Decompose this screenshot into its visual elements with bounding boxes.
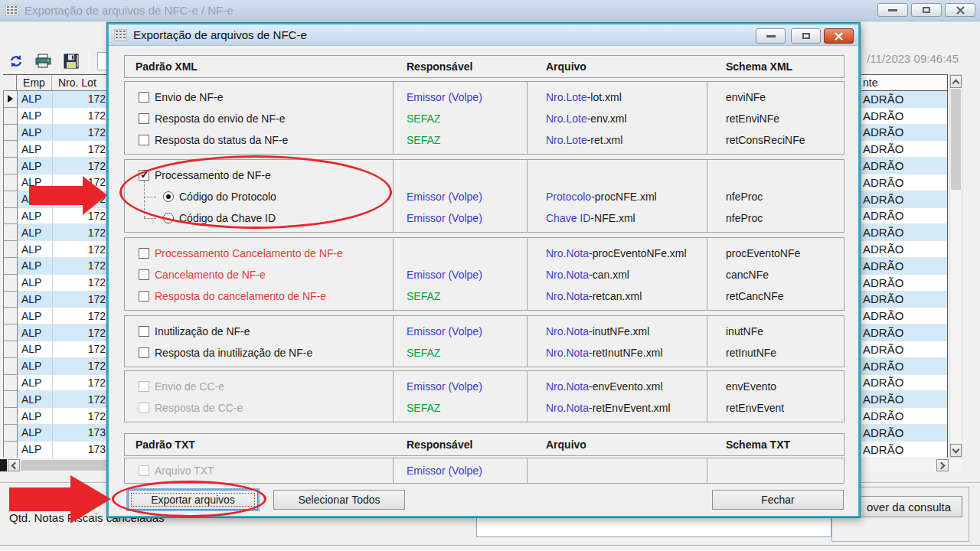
horizontal-scrollbar-right[interactable] xyxy=(861,459,962,471)
row-selector-cell[interactable] xyxy=(4,141,18,158)
cell-right: ADRÃO xyxy=(861,341,947,358)
table-row[interactable]: ALP173 xyxy=(4,425,107,442)
column-header-lote[interactable]: Nro. Lot xyxy=(52,75,107,90)
option-radio[interactable] xyxy=(163,213,174,223)
option-checkbox[interactable] xyxy=(139,291,149,302)
option-checkbox[interactable] xyxy=(139,269,149,280)
export-files-button[interactable]: Exportar arquivos xyxy=(128,490,258,510)
cell-right: ADRÃO xyxy=(861,141,947,158)
table-row[interactable]: ALP172 xyxy=(4,158,107,174)
table-row[interactable]: ALP172 xyxy=(4,208,107,225)
main-maximize-button[interactable] xyxy=(911,3,942,17)
responsible-cell xyxy=(393,243,527,264)
row-selector-cell[interactable] xyxy=(4,308,18,324)
close-dialog-button[interactable]: Fechar xyxy=(712,490,844,510)
table-row[interactable]: ALP172 xyxy=(4,375,107,392)
option-checkbox[interactable] xyxy=(139,347,149,358)
row-selector-cell[interactable] xyxy=(4,358,18,375)
horizontal-scrollbar-thumb[interactable] xyxy=(21,460,107,471)
table-row[interactable]: ALP172 xyxy=(4,324,107,341)
row-selector-cell[interactable] xyxy=(4,174,18,191)
row-selector-cell[interactable] xyxy=(4,375,18,392)
file-cell: Nro.Nota-retInutNFe.xml xyxy=(527,342,707,364)
file-prefix: Nro.Nota xyxy=(546,402,589,414)
option-checkbox[interactable] xyxy=(139,92,149,103)
row-selector-cell[interactable] xyxy=(4,442,18,458)
responsible-cell: Emissor (Volpe) xyxy=(393,86,527,108)
row-selector-cell[interactable] xyxy=(4,241,18,258)
window-bottom-line xyxy=(0,545,980,546)
scroll-right-button[interactable] xyxy=(936,459,949,471)
select-all-button[interactable]: Selecionar Todos xyxy=(273,490,405,510)
table-row[interactable]: ALP172 xyxy=(4,174,107,191)
scroll-down-button[interactable] xyxy=(950,444,962,457)
row-selector-cell[interactable] xyxy=(4,125,18,142)
column-header-right[interactable]: nte xyxy=(861,74,948,91)
row-selector-cell[interactable] xyxy=(4,224,18,241)
row-selector-cell[interactable] xyxy=(4,208,18,225)
table-row[interactable]: ALP172 xyxy=(4,91,107,108)
table-row[interactable]: ALP172 xyxy=(4,275,107,292)
row-selector-cell[interactable] xyxy=(4,275,18,292)
cell-right: ADRÃO xyxy=(861,208,947,225)
option-checkbox[interactable] xyxy=(139,170,149,181)
table-row[interactable]: ALP172 xyxy=(4,141,107,158)
table-row[interactable]: ALP172 xyxy=(4,241,107,258)
table-row[interactable]: ALP172 xyxy=(4,408,107,425)
table-row[interactable]: ALP172 xyxy=(4,341,107,358)
file-suffix: -retInutNFe.xml xyxy=(589,347,662,359)
vertical-scrollbar-thumb[interactable] xyxy=(951,89,961,190)
cell-lote: 172 xyxy=(53,324,107,341)
row-selector-cell[interactable] xyxy=(4,292,18,308)
option-checkbox[interactable] xyxy=(139,326,149,337)
dialog-close-button[interactable] xyxy=(824,28,854,44)
cell-lote: 173 xyxy=(53,425,107,442)
scroll-up-button[interactable] xyxy=(950,75,962,88)
row-selector-cell[interactable] xyxy=(4,258,18,275)
table-row[interactable]: ALP172 xyxy=(4,108,107,125)
responsible-value: SEFAZ xyxy=(407,112,440,125)
cell-lote: 172 xyxy=(53,275,107,292)
option-checkbox[interactable] xyxy=(139,248,149,259)
row-selector-cell[interactable] xyxy=(4,191,18,208)
row-selector-cell[interactable] xyxy=(4,158,18,174)
horizontal-scrollbar-left[interactable] xyxy=(0,459,107,471)
row-selector-cell[interactable] xyxy=(4,425,18,442)
table-row[interactable]: ALP172 xyxy=(4,358,107,375)
main-minimize-button[interactable] xyxy=(877,3,908,17)
table-row[interactable]: ALP172 xyxy=(4,125,107,142)
file-suffix: -procNFE.xml xyxy=(591,191,657,203)
row-selector-cell[interactable] xyxy=(4,391,18,408)
row-selector-cell[interactable] xyxy=(4,341,18,358)
cell-emp: ALP xyxy=(18,358,53,375)
table-row[interactable]: ALP172 xyxy=(4,292,107,308)
vertical-scrollbar[interactable] xyxy=(949,74,962,458)
dialog-minimize-button[interactable] xyxy=(756,28,786,44)
dialog-maximize-button[interactable] xyxy=(791,28,821,44)
table-row[interactable]: ALP172 xyxy=(4,391,107,408)
schema-cell: retEnvEvent xyxy=(707,397,844,419)
option-checkbox[interactable] xyxy=(139,113,149,124)
row-selector-cell[interactable] xyxy=(4,91,18,108)
refresh-button[interactable] xyxy=(6,51,26,71)
table-row[interactable]: ALP172 xyxy=(4,191,107,208)
option-checkbox[interactable] xyxy=(139,135,149,145)
save-button[interactable] xyxy=(61,51,81,71)
main-close-button[interactable] xyxy=(945,3,975,17)
cell-emp: ALP xyxy=(18,191,53,208)
column-header-emp[interactable]: Emp xyxy=(17,75,52,90)
print-button[interactable] xyxy=(34,51,54,71)
cell-right: ADRÃO xyxy=(861,292,947,308)
cell-right: ADRÃO xyxy=(861,174,947,191)
qtd-canceladas-field[interactable] xyxy=(476,517,831,537)
scroll-left-button[interactable] xyxy=(8,459,20,471)
row-selector-cell[interactable] xyxy=(4,108,18,125)
row-selector-cell[interactable] xyxy=(4,324,18,341)
table-row[interactable]: ALP172 xyxy=(4,308,107,324)
chevron-right-icon xyxy=(938,461,946,469)
row-selector-cell[interactable] xyxy=(4,408,18,425)
table-row[interactable]: ALP173 xyxy=(4,442,107,458)
table-row[interactable]: ALP172 xyxy=(4,258,107,275)
table-row[interactable]: ALP172 xyxy=(4,224,107,241)
option-radio[interactable] xyxy=(163,191,174,202)
